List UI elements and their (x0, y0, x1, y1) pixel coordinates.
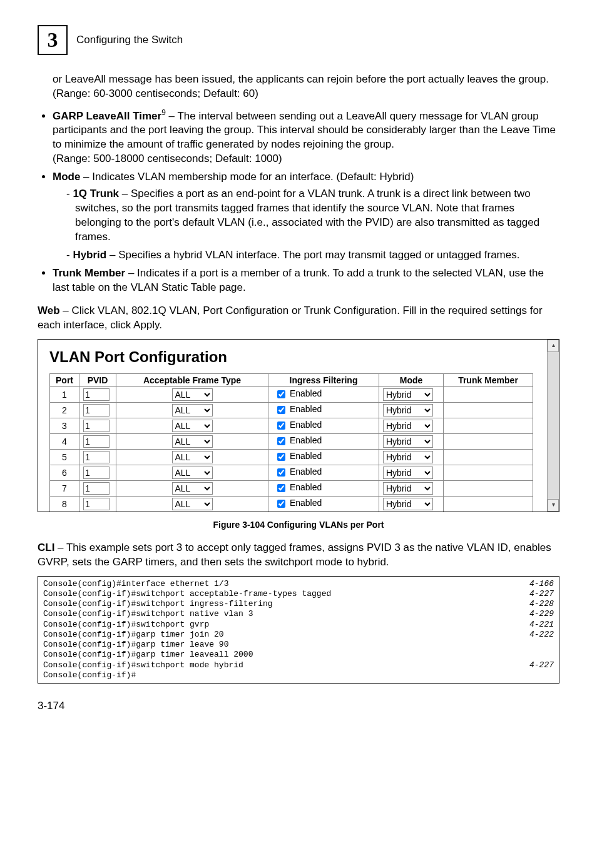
mode-term: Mode (53, 171, 80, 183)
pvid-input[interactable] (83, 467, 110, 479)
scroll-down-icon[interactable]: ▾ (548, 499, 559, 512)
mode-select[interactable]: Hybrid (383, 420, 433, 432)
web-rest: – Click VLAN, 802.1Q VLAN, Port Configur… (38, 305, 543, 331)
ingress-checkbox[interactable] (277, 421, 285, 430)
pvid-input[interactable] (83, 451, 110, 463)
aft-select[interactable]: ALL (172, 435, 213, 448)
garp-term: GARP LeaveAll Timer (53, 110, 161, 122)
mode-select[interactable]: Hybrid (383, 467, 433, 479)
ingress-checkbox[interactable] (277, 390, 285, 398)
pvid-input[interactable] (83, 498, 110, 510)
table-row: 1ALL EnabledHybrid (50, 386, 533, 402)
cli-command: Console(config-if)#switchport gvrp (43, 620, 209, 630)
hybrid-text: – Specifies a hybrid VLAN interface. The… (106, 249, 519, 261)
cli-line: Console(config-if)#switchport acceptable… (43, 589, 554, 599)
panel-scrollbar[interactable]: ▴ ▾ (547, 340, 559, 512)
cli-ref: 4-229 (517, 609, 554, 619)
cli-line: Console(config-if)#switchport mode hybri… (43, 660, 554, 670)
ingress-checkbox[interactable] (277, 468, 285, 477)
cli-paragraph: CLI – This example sets port 3 to accept… (38, 541, 559, 570)
cli-ref: 4-166 (517, 579, 554, 589)
trunk-member-term: Trunk Member (53, 267, 125, 279)
cli-line: Console(config-if)#garp timer leaveall 2… (43, 650, 554, 660)
mode-select[interactable]: Hybrid (383, 451, 433, 463)
cli-ref: 4-221 (517, 620, 554, 630)
ingress-checkbox[interactable] (277, 500, 285, 508)
cell-ingress: Enabled (268, 480, 379, 496)
cell-mode: Hybrid (379, 449, 444, 465)
aft-select[interactable]: ALL (172, 498, 213, 510)
aft-select[interactable]: ALL (172, 420, 213, 432)
ingress-label: Enabled (287, 467, 322, 477)
bullet-garp: GARP LeaveAll Timer9 – The interval betw… (53, 108, 559, 166)
cell-pvid (79, 465, 116, 480)
cell-port: 2 (50, 402, 79, 418)
pvid-input[interactable] (83, 388, 110, 401)
vlan-config-panel: ▴ ▾ VLAN Port Configuration Port PVID Ac… (38, 339, 559, 512)
cell-mode: Hybrid (379, 496, 444, 512)
mode-select[interactable]: Hybrid (383, 482, 433, 495)
cell-trunk (444, 402, 533, 418)
mode-text: – Indicates VLAN membership mode for an … (80, 171, 414, 183)
web-lead: Web (38, 305, 60, 316)
mode-select[interactable]: Hybrid (383, 435, 433, 448)
cell-mode: Hybrid (379, 480, 444, 496)
cell-pvid (79, 386, 116, 402)
scroll-up-icon[interactable]: ▴ (548, 340, 559, 352)
cell-mode: Hybrid (379, 418, 444, 433)
pvid-input[interactable] (83, 404, 110, 416)
cli-command: Console(config-if)#switchport acceptable… (43, 589, 331, 599)
cell-aft: ALL (116, 449, 268, 465)
col-trunk: Trunk Member (444, 373, 533, 386)
pvid-input[interactable] (83, 482, 110, 495)
cell-pvid (79, 418, 116, 433)
table-row: 2ALL EnabledHybrid (50, 402, 533, 418)
garp-sup: 9 (161, 108, 166, 117)
mode-select[interactable]: Hybrid (383, 388, 433, 401)
mode-select[interactable]: Hybrid (383, 498, 433, 510)
chapter-header: 3 Configuring the Switch (38, 25, 559, 55)
cli-line: Console(config-if)#garp timer join 204-2… (43, 630, 554, 640)
ingress-checkbox[interactable] (277, 437, 285, 445)
aft-select[interactable]: ALL (172, 451, 213, 463)
cli-line: Console(config-if)# (43, 670, 554, 680)
cell-pvid (79, 433, 116, 449)
ingress-checkbox[interactable] (277, 406, 285, 414)
aft-select[interactable]: ALL (172, 388, 213, 401)
cell-port: 3 (50, 418, 79, 433)
ingress-checkbox[interactable] (277, 484, 285, 492)
cell-port: 4 (50, 433, 79, 449)
ingress-label: Enabled (287, 451, 322, 461)
aft-select[interactable]: ALL (172, 467, 213, 479)
hybrid-term: Hybrid (73, 249, 106, 261)
ingress-checkbox[interactable] (277, 453, 285, 461)
intro-paragraph: or LeaveAll message has been issued, the… (53, 73, 559, 101)
cell-pvid (79, 402, 116, 418)
cli-command: Console(config-if)#garp timer join 20 (43, 630, 224, 640)
cli-command: Console(config-if)#garp timer leaveall 2… (43, 650, 253, 660)
chapter-number-icon: 3 (38, 25, 68, 55)
panel-title: VLAN Port Configuration (49, 348, 553, 366)
col-aft: Acceptable Frame Type (116, 373, 268, 386)
cell-pvid (79, 496, 116, 512)
page-number: 3-174 (38, 700, 559, 712)
chapter-number: 3 (48, 28, 58, 52)
mode-select[interactable]: Hybrid (383, 404, 433, 416)
table-row: 3ALL EnabledHybrid (50, 418, 533, 433)
cell-ingress: Enabled (268, 465, 379, 480)
bullet-mode: Mode – Indicates VLAN membership mode fo… (53, 170, 559, 263)
pvid-input[interactable] (83, 435, 110, 448)
col-mode: Mode (379, 373, 444, 386)
cell-trunk (444, 496, 533, 512)
cell-mode: Hybrid (379, 386, 444, 402)
cell-port: 7 (50, 480, 79, 496)
cell-trunk (444, 465, 533, 480)
aft-select[interactable]: ALL (172, 482, 213, 495)
aft-select[interactable]: ALL (172, 404, 213, 416)
cell-ingress: Enabled (268, 449, 379, 465)
bullet-hybrid: Hybrid – Specifies a hybrid VLAN interfa… (66, 248, 559, 263)
pvid-input[interactable] (83, 420, 110, 432)
cli-ref: 4-228 (517, 599, 554, 609)
cell-aft: ALL (116, 496, 268, 512)
cell-aft: ALL (116, 402, 268, 418)
